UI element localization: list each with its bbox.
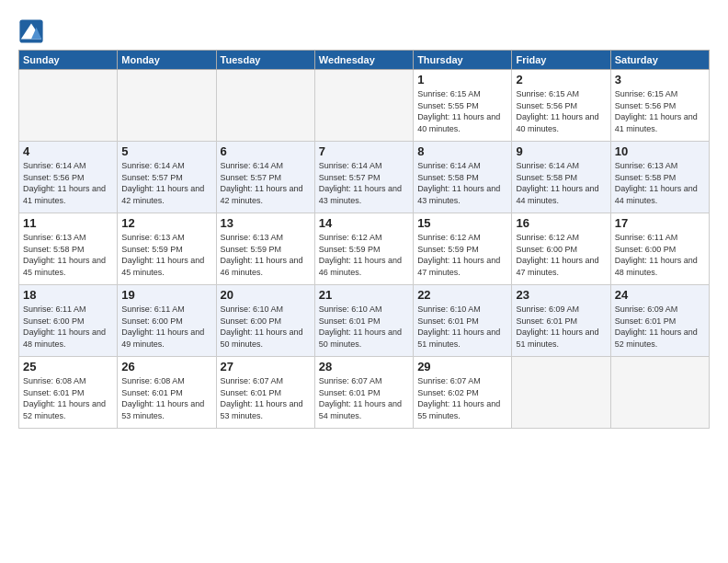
calendar-cell: 6Sunrise: 6:14 AMSunset: 5:57 PMDaylight… [216,142,314,213]
day-info: Sunrise: 6:11 AMSunset: 6:00 PMDaylight:… [121,304,211,350]
calendar-cell: 22Sunrise: 6:10 AMSunset: 6:01 PMDayligh… [414,285,512,357]
weekday-header: Sunday [19,51,118,70]
day-number: 10 [615,144,705,158]
calendar-cell: 3Sunrise: 6:15 AMSunset: 5:56 PMDaylight… [610,70,709,142]
day-number: 17 [615,216,705,230]
weekday-header: Monday [118,51,216,70]
day-number: 14 [319,216,409,230]
day-info: Sunrise: 6:08 AMSunset: 6:01 PMDaylight:… [121,375,211,421]
day-number: 3 [615,73,705,86]
day-info: Sunrise: 6:09 AMSunset: 6:01 PMDaylight:… [516,304,606,350]
day-info: Sunrise: 6:12 AMSunset: 5:59 PMDaylight:… [417,232,507,278]
calendar-cell: 9Sunrise: 6:14 AMSunset: 5:58 PMDaylight… [512,142,610,213]
weekday-header: Tuesday [216,51,314,70]
day-info: Sunrise: 6:07 AMSunset: 6:01 PMDaylight:… [319,375,409,421]
calendar-cell [216,70,314,142]
day-info: Sunrise: 6:14 AMSunset: 5:57 PMDaylight:… [319,160,409,206]
day-info: Sunrise: 6:08 AMSunset: 6:01 PMDaylight:… [23,375,113,421]
calendar-week: 1Sunrise: 6:15 AMSunset: 5:55 PMDaylight… [19,70,710,142]
day-number: 8 [417,144,507,158]
day-number: 13 [221,216,311,230]
calendar-cell: 18Sunrise: 6:11 AMSunset: 6:00 PMDayligh… [19,285,118,357]
day-number: 19 [121,288,211,302]
day-info: Sunrise: 6:13 AMSunset: 5:58 PMDaylight:… [23,232,113,278]
calendar-week: 4Sunrise: 6:14 AMSunset: 5:56 PMDaylight… [19,142,710,213]
weekday-header: Thursday [414,51,512,70]
calendar-cell: 15Sunrise: 6:12 AMSunset: 5:59 PMDayligh… [414,213,512,285]
day-info: Sunrise: 6:11 AMSunset: 6:00 PMDaylight:… [23,304,113,350]
day-info: Sunrise: 6:10 AMSunset: 6:01 PMDaylight:… [417,304,507,350]
day-number: 2 [516,73,606,86]
day-info: Sunrise: 6:10 AMSunset: 6:01 PMDaylight:… [319,304,409,350]
day-number: 11 [23,216,113,230]
day-info: Sunrise: 6:14 AMSunset: 5:58 PMDaylight:… [417,160,507,206]
day-info: Sunrise: 6:15 AMSunset: 5:56 PMDaylight:… [615,88,705,134]
calendar-cell: 5Sunrise: 6:14 AMSunset: 5:57 PMDaylight… [118,142,216,213]
calendar-cell: 17Sunrise: 6:11 AMSunset: 6:00 PMDayligh… [610,213,709,285]
calendar-cell: 2Sunrise: 6:15 AMSunset: 5:56 PMDaylight… [512,70,610,142]
calendar-cell: 23Sunrise: 6:09 AMSunset: 6:01 PMDayligh… [512,285,610,357]
weekday-header: Friday [512,51,610,70]
calendar-cell: 20Sunrise: 6:10 AMSunset: 6:00 PMDayligh… [216,285,314,357]
day-number: 20 [221,288,311,302]
day-info: Sunrise: 6:12 AMSunset: 5:59 PMDaylight:… [319,232,409,278]
page: SundayMondayTuesdayWednesdayThursdayFrid… [0,0,728,563]
day-number: 28 [319,360,409,373]
weekday-header: Saturday [610,51,709,70]
calendar-cell: 4Sunrise: 6:14 AMSunset: 5:56 PMDaylight… [19,142,118,213]
calendar-cell: 19Sunrise: 6:11 AMSunset: 6:00 PMDayligh… [118,285,216,357]
day-number: 25 [23,360,113,373]
calendar-cell: 21Sunrise: 6:10 AMSunset: 6:01 PMDayligh… [314,285,413,357]
weekday-header: Wednesday [314,51,413,70]
day-number: 29 [417,360,507,373]
day-info: Sunrise: 6:10 AMSunset: 6:00 PMDaylight:… [221,304,311,350]
day-number: 26 [121,360,211,373]
calendar-cell: 10Sunrise: 6:13 AMSunset: 5:58 PMDayligh… [610,142,709,213]
calendar-cell: 13Sunrise: 6:13 AMSunset: 5:59 PMDayligh… [216,213,314,285]
header [18,15,710,44]
calendar-cell: 16Sunrise: 6:12 AMSunset: 6:00 PMDayligh… [512,213,610,285]
day-number: 4 [23,144,113,158]
day-info: Sunrise: 6:15 AMSunset: 5:55 PMDaylight:… [417,88,507,134]
calendar-cell: 14Sunrise: 6:12 AMSunset: 5:59 PMDayligh… [314,213,413,285]
day-number: 7 [319,144,409,158]
calendar-cell: 28Sunrise: 6:07 AMSunset: 6:01 PMDayligh… [314,357,413,429]
day-info: Sunrise: 6:14 AMSunset: 5:57 PMDaylight:… [221,160,311,206]
calendar-cell: 29Sunrise: 6:07 AMSunset: 6:02 PMDayligh… [414,357,512,429]
day-number: 15 [417,216,507,230]
day-info: Sunrise: 6:14 AMSunset: 5:56 PMDaylight:… [23,160,113,206]
day-info: Sunrise: 6:13 AMSunset: 5:59 PMDaylight:… [121,232,211,278]
day-info: Sunrise: 6:11 AMSunset: 6:00 PMDaylight:… [615,232,705,278]
calendar-week: 25Sunrise: 6:08 AMSunset: 6:01 PMDayligh… [19,357,710,429]
day-number: 18 [23,288,113,302]
calendar-cell [118,70,216,142]
calendar-cell: 26Sunrise: 6:08 AMSunset: 6:01 PMDayligh… [118,357,216,429]
calendar-cell: 27Sunrise: 6:07 AMSunset: 6:01 PMDayligh… [216,357,314,429]
day-number: 23 [516,288,606,302]
logo [18,18,46,44]
calendar-cell: 11Sunrise: 6:13 AMSunset: 5:58 PMDayligh… [19,213,118,285]
day-number: 12 [121,216,211,230]
day-number: 5 [121,144,211,158]
day-number: 24 [615,288,705,302]
header-row: SundayMondayTuesdayWednesdayThursdayFrid… [19,51,710,70]
day-info: Sunrise: 6:07 AMSunset: 6:01 PMDaylight:… [221,375,311,421]
day-info: Sunrise: 6:13 AMSunset: 5:59 PMDaylight:… [221,232,311,278]
day-info: Sunrise: 6:15 AMSunset: 5:56 PMDaylight:… [516,88,606,134]
day-info: Sunrise: 6:12 AMSunset: 6:00 PMDaylight:… [516,232,606,278]
calendar-cell [512,357,610,429]
day-number: 21 [319,288,409,302]
calendar-cell: 7Sunrise: 6:14 AMSunset: 5:57 PMDaylight… [314,142,413,213]
day-info: Sunrise: 6:13 AMSunset: 5:58 PMDaylight:… [615,160,705,206]
calendar-table: SundayMondayTuesdayWednesdayThursdayFrid… [18,50,710,429]
day-info: Sunrise: 6:14 AMSunset: 5:58 PMDaylight:… [516,160,606,206]
calendar-cell [19,70,118,142]
day-number: 9 [516,144,606,158]
day-info: Sunrise: 6:07 AMSunset: 6:02 PMDaylight:… [417,375,507,421]
calendar-cell: 1Sunrise: 6:15 AMSunset: 5:55 PMDaylight… [414,70,512,142]
day-number: 27 [221,360,311,373]
logo-icon [18,18,44,44]
calendar-cell [610,357,709,429]
day-number: 1 [417,73,507,86]
day-number: 16 [516,216,606,230]
